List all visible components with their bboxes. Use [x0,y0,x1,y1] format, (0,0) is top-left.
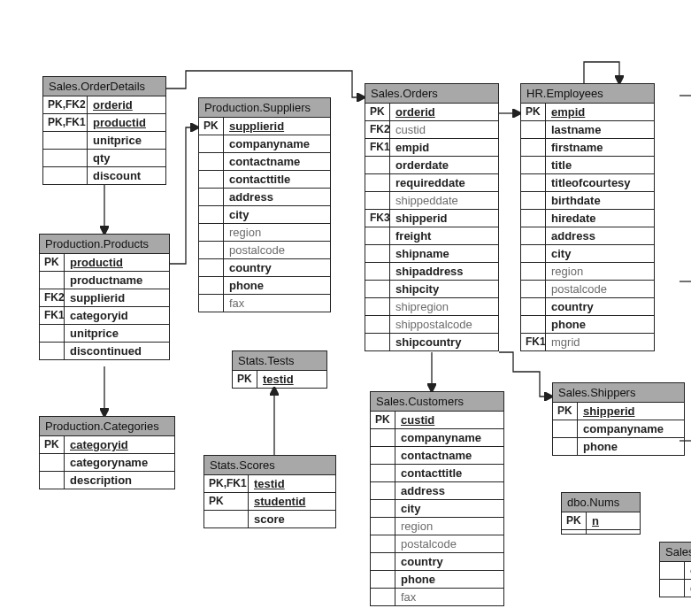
key-indicator: PK,FK2 [43,96,88,113]
table-title: Stats.Scores [204,456,335,475]
key-indicator: FK2 [365,121,390,138]
column-name: country [546,298,654,315]
key-indicator: PK,FK1 [204,475,249,492]
column-row: firstname [521,138,654,156]
key-indicator [43,132,88,149]
column-name: discount [88,167,165,184]
table-title: Production.Suppliers [199,98,330,118]
column-row: companyname [553,420,684,437]
column-row: contactname [199,152,330,170]
table-suppliers: Production.Suppliers PKsupplieridcompany… [198,97,331,312]
key-indicator [371,589,395,605]
column-row: country [199,258,330,276]
key-indicator [521,157,546,173]
key-indicator [199,295,224,312]
column-name: shipcity [390,281,498,297]
column-row: FK3shipperid [365,209,498,227]
column-name: firstname [546,139,654,156]
column-row: order [660,562,691,579]
column-row: phone [521,315,654,333]
column-row: city [199,205,330,223]
table-title: dbo.Nums [562,493,640,512]
column-name: hiredate [546,210,654,227]
table-title: Production.Categories [40,417,174,436]
key-indicator [199,224,224,241]
column-row: unitprice [40,324,169,342]
column-name: productid [65,254,169,271]
table-body: PKcustidcompanynamecontactnamecontacttit… [371,412,503,605]
column-name: birthdate [546,192,654,209]
column-row: contacttitle [199,170,330,188]
table-orders: Sales.Orders PKorderidFK2custidFK1empido… [365,83,499,351]
column-row: orderdate [365,156,498,173]
column-name: fax [224,295,330,312]
column-row: shipaddress [365,262,498,280]
key-indicator: PK [553,403,578,420]
key-indicator [40,472,65,489]
table-nums: dbo.Nums PKn [561,492,641,535]
key-indicator [365,281,390,297]
column-name: testid [249,475,335,492]
key-indicator [371,447,395,464]
column-row: FK2supplierid [40,289,169,306]
key-indicator [365,245,390,262]
column-name: postalcode [395,535,503,552]
column-name: requireddate [390,174,498,191]
column-name: supplierid [224,118,330,135]
column-row: discontinued [40,342,169,359]
column-row: shipcity [365,280,498,297]
column-name: shippeddate [390,192,498,209]
key-indicator [553,420,578,437]
key-indicator [371,465,395,481]
key-indicator [371,535,395,552]
column-name: address [395,482,503,499]
table-title: Stats.Tests [233,351,326,371]
column-row: phone [199,276,330,294]
column-row: fax [199,294,330,312]
column-name: postalcode [546,281,654,297]
column-row: FK1mgrid [521,333,654,350]
key-indicator: PK [204,493,249,510]
column-name: productid [88,114,165,131]
column-row: contacttitle [371,464,503,481]
column-row: discount [43,166,165,184]
column-name: region [224,224,330,241]
column-name: freight [390,227,498,244]
column-row: region [371,517,503,535]
column-name: n [587,512,640,529]
key-indicator: PK [562,512,587,529]
key-indicator: PK [521,104,546,120]
column-name: unitprice [88,132,165,149]
table-partial-sales: Sales. orderqty [659,542,691,597]
column-name: companyname [578,420,684,437]
key-indicator [521,192,546,209]
column-row: PK,FK1productid [43,113,165,131]
column-row: phone [371,570,503,588]
table-body: PK,FK1testidPKstudentidscore [204,475,335,527]
key-indicator [365,157,390,173]
key-indicator: FK1 [365,139,390,156]
table-body: PKn [562,512,640,534]
key-indicator [660,562,685,579]
key-indicator [365,263,390,280]
key-indicator: FK3 [365,210,390,227]
column-name: title [546,157,654,173]
column-name: phone [224,277,330,294]
column-name: description [65,472,174,489]
key-indicator [40,454,65,471]
column-row: PK,FK2orderid [43,96,165,113]
key-indicator [371,553,395,570]
column-name: country [224,259,330,276]
key-indicator [199,206,224,223]
column-name: supplierid [65,289,169,306]
column-name: postalcode [224,242,330,258]
column-name: shipaddress [390,263,498,280]
column-name: fax [395,589,503,605]
key-indicator [40,343,65,359]
column-row: FK1categoryid [40,306,169,324]
column-name: phone [395,571,503,588]
key-indicator: PK,FK1 [43,114,88,131]
key-indicator [562,530,587,534]
key-indicator: FK1 [521,334,546,350]
key-indicator [43,167,88,184]
